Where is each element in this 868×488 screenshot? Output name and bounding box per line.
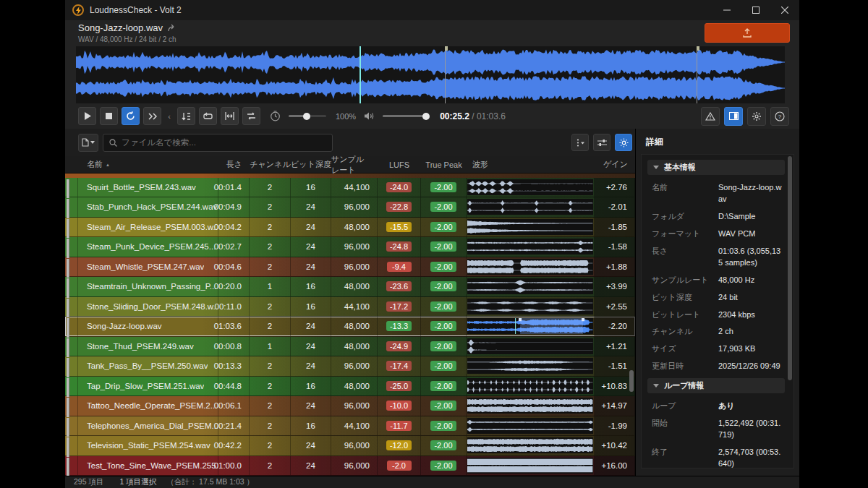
section-header[interactable]: 基本情報	[647, 160, 785, 175]
share-icon[interactable]	[168, 24, 176, 32]
column-header-icon[interactable]	[65, 156, 78, 173]
minimize-icon	[723, 7, 731, 14]
row-length: 00:06.1	[218, 396, 250, 416]
table-row[interactable]: Stone_Sliding_Door_PSEM.248.w... 00:11.0…	[65, 297, 635, 317]
row-channels: 2	[250, 396, 291, 416]
stop-icon	[106, 113, 112, 119]
reorder-button[interactable]	[242, 107, 260, 125]
column-header-true-peak[interactable]: True Peak	[421, 156, 467, 173]
warning-button[interactable]	[701, 107, 720, 126]
lufs-badge: -23.6	[386, 281, 412, 291]
detail-row: 開始 1,522,492 (00:31.719)	[647, 415, 785, 444]
row-waveform	[467, 337, 595, 356]
row-channels: 2	[250, 416, 291, 436]
minimize-button[interactable]	[712, 0, 741, 20]
skip-button[interactable]	[143, 107, 161, 125]
detail-row: ビット深度 24 bit	[647, 289, 785, 307]
details-title: 詳細	[636, 129, 799, 154]
section-header[interactable]: ループ情報	[647, 378, 785, 393]
row-true-peak: -2.00	[421, 178, 467, 197]
column-header-gain[interactable]: ゲイン	[595, 156, 635, 173]
column-header-lufs[interactable]: LUFS	[378, 156, 421, 173]
table-row[interactable]: Test_Tone_Sine_Wave_PSEM.255... 01:00.0 …	[65, 456, 635, 476]
layout-panel-button[interactable]	[724, 107, 743, 126]
collapse-transport-button[interactable]: ‹	[165, 112, 174, 121]
column-header-name[interactable]: 名前▲	[78, 156, 218, 173]
column-header-channels[interactable]: チャンネル	[250, 156, 291, 173]
row-name: Television_Static_PSEM.254.wav	[78, 436, 218, 455]
row-gain: -1.85	[595, 218, 635, 237]
row-channels: 2	[250, 237, 291, 257]
help-button[interactable]: ?	[770, 107, 789, 126]
app-icon	[72, 4, 84, 16]
table-row[interactable]: Steamtrain_Unknown_Passing_P... 00:20.0 …	[65, 277, 635, 297]
table-row[interactable]: Tattoo_Needle_Operate_PSEM.2... 00:06.1 …	[65, 396, 635, 416]
play-button[interactable]	[78, 107, 96, 125]
lufs-badge: -2.0	[387, 461, 412, 471]
detail-label: サイズ	[652, 343, 718, 355]
detail-value: 1,522,492 (00:31.719)	[718, 418, 785, 441]
loop-end-marker[interactable]	[697, 46, 697, 103]
row-bit-depth: 24	[291, 456, 331, 476]
playhead[interactable]	[359, 46, 361, 103]
details-panel: 詳細 基本情報 名前 Song-Jazz-loop.wav フォルダ D:\Sa…	[635, 129, 799, 476]
repeat-icon	[203, 112, 213, 121]
maximize-button[interactable]	[741, 0, 770, 20]
loop-playback-button[interactable]	[122, 107, 140, 125]
table-row[interactable]: Television_Static_PSEM.254.wav 00:42.2 2…	[65, 436, 635, 456]
column-header-bit-depth[interactable]: ビット深度	[291, 156, 331, 173]
table-row[interactable]: Song-Jazz-loop.wav 01:03.6 2 24 48,000 -…	[65, 317, 635, 337]
table-row[interactable]: Steam_Punk_Device_PSEM.245... 00:02.7 2 …	[65, 237, 635, 257]
detail-row: 長さ 01:03.6 (3,055,135 samples)	[647, 243, 785, 272]
table-row[interactable]: Telephones_America_Dial_PSEM... 00:21.4 …	[65, 416, 635, 437]
row-true-peak: -2.00	[421, 396, 467, 416]
table-row[interactable]: Stone_Thud_PSEM.249.wav 00:00.8 1 24 48,…	[65, 337, 635, 357]
stop-button[interactable]	[100, 107, 118, 125]
speed-value: 100%	[336, 112, 356, 121]
sort-order-button[interactable]	[177, 107, 195, 125]
detail-label: 名前	[652, 182, 718, 205]
row-name: Test_Tone_Sine_Wave_PSEM.255...	[78, 456, 218, 476]
highlight-button[interactable]	[615, 134, 632, 151]
true-peak-badge: -2.00	[430, 361, 456, 371]
loop-mode-button[interactable]	[199, 107, 217, 125]
column-header-sample-rate[interactable]: サンプルレート	[331, 156, 378, 173]
loop-start-marker[interactable]	[445, 46, 446, 103]
filter-settings-button[interactable]	[593, 134, 610, 151]
search-input[interactable]	[122, 138, 326, 147]
main-waveform[interactable]	[76, 46, 785, 103]
table-row[interactable]: Steam_Whistle_PSEM.247.wav 00:04.6 2 24 …	[65, 257, 635, 278]
table-row[interactable]: Steam_Air_Release_PSEM.003.w... 00:04.2 …	[65, 218, 635, 238]
row-waveform	[467, 257, 595, 277]
column-header-length[interactable]: 長さ	[218, 156, 250, 173]
row-length: 01:03.6	[218, 317, 250, 336]
fit-width-button[interactable]	[221, 107, 239, 125]
true-peak-badge: -2.00	[430, 262, 456, 272]
table-row[interactable]: Stab_Punch_Hack_PSEM.244.wav 00:04.9 2 2…	[65, 197, 635, 218]
search-box[interactable]	[103, 134, 333, 152]
speed-slider[interactable]	[289, 115, 326, 117]
volume-slider-knob[interactable]	[422, 113, 430, 120]
row-sample-rate: 96,000	[331, 356, 378, 376]
table-scrollbar[interactable]	[629, 370, 634, 392]
column-header-waveform[interactable]: 波形	[467, 156, 595, 173]
collapse-triangle-icon	[653, 166, 659, 169]
table-row[interactable]: Tank_Pass_By__PSEM.250.wav 00:13.3 2 24 …	[65, 356, 635, 377]
row-lufs: -23.6	[378, 277, 421, 296]
table-row[interactable]: Tap_Drip_Slow_PSEM.251.wav 00:44.8 2 16 …	[65, 377, 635, 397]
detail-label: チャンネル	[652, 326, 718, 338]
export-button[interactable]	[705, 23, 790, 43]
detail-row: サンプルレート 48,000 Hz	[647, 272, 785, 289]
table-row[interactable]: Squirt_Bottle_PSEM.243.wav 00:01.4 2 16 …	[65, 178, 635, 198]
settings-button[interactable]	[747, 107, 766, 126]
details-scrollbar[interactable]	[788, 156, 792, 380]
volume-slider[interactable]	[383, 115, 429, 117]
menu-button[interactable]	[571, 134, 589, 151]
close-button[interactable]	[770, 0, 799, 20]
waveform-thumbnail	[467, 458, 593, 474]
detail-label: フォーマット	[652, 228, 718, 240]
main-area: 名前▲ 長さ チャンネル ビット深度 サンプルレート LUFS True Pea…	[65, 129, 799, 476]
speed-slider-knob[interactable]	[303, 113, 310, 120]
detail-value: あり	[718, 401, 785, 412]
file-filter-button[interactable]	[78, 134, 98, 152]
